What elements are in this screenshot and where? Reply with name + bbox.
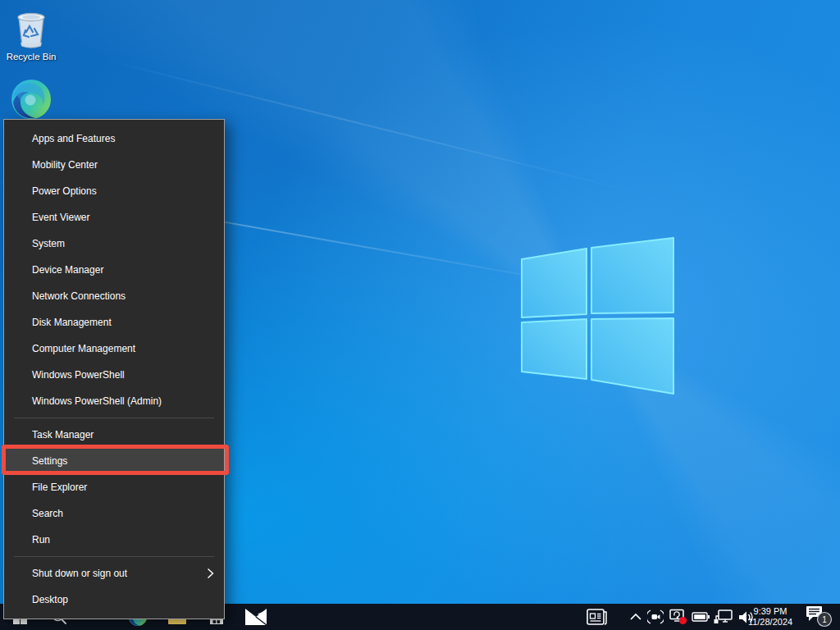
- recycle-bin-icon: [14, 10, 48, 49]
- menu-item-shut-down-or-sign-out[interactable]: Shut down or sign out: [4, 560, 224, 587]
- notification-dot: [679, 617, 687, 624]
- chevron-right-icon: [207, 568, 214, 579]
- show-hidden-icons-button[interactable]: [626, 604, 646, 630]
- desktop-icon-edge[interactable]: [0, 78, 62, 121]
- mail-icon: [244, 608, 267, 626]
- action-center-button[interactable]: 1: [804, 604, 835, 630]
- news-icon: [587, 609, 608, 626]
- menu-item-windows-powershell-admin[interactable]: Windows PowerShell (Admin): [4, 388, 224, 414]
- menu-item-search[interactable]: Search: [4, 500, 224, 527]
- update-status-icon: [669, 609, 687, 625]
- menu-item-device-manager[interactable]: Device Manager: [4, 257, 224, 283]
- menu-item-label: Shut down or sign out: [32, 568, 127, 579]
- taskbar-clock[interactable]: 9:39 PM 11/28/2024: [742, 606, 799, 628]
- menu-item-system[interactable]: System: [4, 231, 224, 257]
- clock-date: 11/28/2024: [742, 617, 799, 628]
- menu-item-desktop[interactable]: Desktop: [4, 587, 224, 613]
- action-center-icon: 1: [806, 605, 833, 628]
- chevron-up-icon: [629, 613, 642, 621]
- meet-now-camera-icon: [647, 609, 664, 624]
- menu-item-disk-management[interactable]: Disk Management: [4, 309, 224, 336]
- menu-separator: [14, 418, 214, 418]
- badge-count-text: 1: [822, 615, 827, 624]
- menu-item-network-connections[interactable]: Network Connections: [4, 283, 224, 309]
- ethernet-network-icon: [714, 609, 733, 625]
- menu-item-task-manager[interactable]: Task Manager: [4, 422, 224, 448]
- menu-item-computer-management[interactable]: Computer Management: [4, 336, 224, 362]
- menu-item-event-viewer[interactable]: Event Viewer: [4, 204, 224, 231]
- menu-separator: [14, 556, 214, 557]
- desktop-icon-recycle-bin[interactable]: Recycle Bin: [0, 10, 62, 62]
- clock-time: 9:39 PM: [742, 606, 799, 617]
- meet-now-button[interactable]: [646, 604, 665, 630]
- battery-icon: [692, 609, 710, 624]
- edge-icon: [10, 78, 52, 121]
- menu-item-run[interactable]: Run: [4, 527, 224, 553]
- desktop-icon-label: Recycle Bin: [0, 52, 62, 62]
- menu-item-settings[interactable]: Settings: [4, 448, 224, 474]
- news-and-interests-button[interactable]: [583, 604, 611, 630]
- menu-item-file-explorer[interactable]: File Explorer: [4, 474, 224, 500]
- menu-item-apps-and-features[interactable]: Apps and Features: [4, 126, 224, 152]
- windows-logo-wallpaper: [517, 232, 681, 406]
- menu-item-windows-powershell[interactable]: Windows PowerShell: [4, 362, 224, 388]
- desktop: Recycle Bin Apps and Features Mobility C…: [0, 0, 840, 630]
- taskbar-mail-button[interactable]: [236, 604, 276, 630]
- network-button[interactable]: [711, 604, 734, 630]
- winx-menu: Apps and Features Mobility Center Power …: [3, 119, 225, 619]
- update-status-button[interactable]: [667, 604, 690, 630]
- battery-button[interactable]: [690, 604, 711, 630]
- menu-item-mobility-center[interactable]: Mobility Center: [4, 152, 224, 178]
- menu-item-power-options[interactable]: Power Options: [4, 178, 224, 204]
